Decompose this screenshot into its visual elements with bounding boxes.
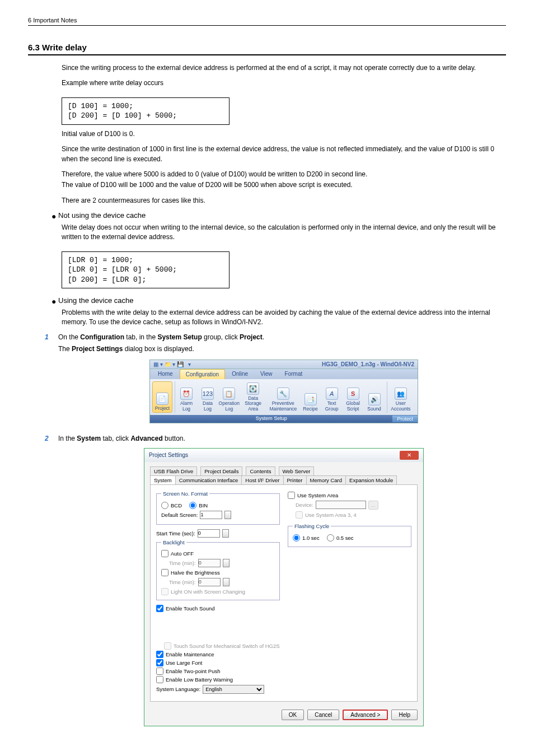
radio-bcd[interactable] [161, 502, 168, 509]
halve-time-input [198, 578, 221, 586]
ok-button[interactable]: OK [282, 710, 304, 720]
chk-use-system-area-34 [296, 511, 303, 519]
dialog-title: Project Settings [149, 452, 188, 458]
bullet-2-heading: ● Using the device cache [51, 296, 506, 306]
tab-system[interactable]: System [150, 475, 176, 484]
operation-icon: 📋 [223, 388, 235, 400]
radio-flashing-05[interactable] [327, 534, 334, 542]
explain-2: Therefore, the value where 5000 is added… [62, 170, 506, 179]
step-2-text: In the System tab, click Advanced button… [58, 435, 506, 442]
maintenance-icon: 🔧 [277, 388, 289, 400]
spinner-icon [223, 559, 229, 567]
spinner-icon[interactable] [224, 511, 231, 519]
code-example-2: [LDR 0] = 1000; [LDR 0] = [LDR 0] + 5000… [62, 251, 229, 289]
step-2-number: 2 [45, 435, 58, 442]
tab-expansion-module[interactable]: Expansion Module [345, 475, 397, 484]
start-time-input[interactable] [198, 529, 220, 538]
storage-icon: 💽 [247, 382, 259, 395]
qat-icon[interactable]: ▦ ▾ 📁 ▾ 💾 ▾ [153, 361, 191, 367]
tab-printer[interactable]: Printer [283, 475, 307, 484]
bullet-1-heading: ● Not using the device cache [51, 211, 506, 221]
recipe-icon: 📑 [305, 393, 317, 405]
ribbon-btn-project[interactable]: 📄 Project [152, 381, 172, 413]
initial-value-line: Initial value of D100 is 0. [62, 129, 506, 139]
script-icon: S [347, 388, 359, 400]
ribbon-tab-configuration[interactable]: Configuration [180, 369, 225, 379]
step-1-number: 1 [45, 333, 58, 341]
ribbon-screenshot: ▦ ▾ 📁 ▾ 💾 ▾ HG3G_DEMO_1.n3g - WindO/I-NV… [149, 360, 418, 423]
tab-web-server[interactable]: Web Server [279, 466, 315, 475]
section-heading: 6.3 Write delay [28, 43, 506, 55]
chk-use-large-font[interactable] [156, 659, 163, 666]
sound-icon: 🔊 [368, 393, 381, 405]
default-screen-input[interactable] [200, 511, 222, 519]
bullet-1-text: Write delay does not occur when writing … [62, 223, 506, 242]
alarm-icon: ⏰ [180, 388, 193, 400]
ribbon-btn-text-group[interactable]: AText Group [322, 381, 342, 413]
system-language-label: System Language: [156, 686, 200, 692]
chk-halve-brightness[interactable] [161, 569, 168, 576]
system-language-select[interactable]: English [203, 685, 264, 694]
step-1-text: On the Configuration tab, in the System … [58, 333, 506, 341]
chk-enable-touch-sound[interactable] [156, 605, 163, 612]
tab-comm-interface[interactable]: Communication Interface [175, 475, 242, 484]
chk-light-on [161, 588, 168, 595]
radio-bin[interactable] [189, 502, 196, 509]
ribbon-tab-view[interactable]: View [255, 369, 278, 379]
bullet-dot-icon: ● [51, 212, 56, 221]
ribbon-btn-operation-log[interactable]: 📋Operation Log [219, 381, 239, 413]
chk-use-system-area[interactable] [288, 492, 295, 499]
ribbon-btn-data-storage[interactable]: 💽Data Storage Area [240, 381, 266, 413]
ribbon-btn-sound[interactable]: 🔊Sound [364, 381, 385, 413]
bullet-dot-icon: ● [51, 297, 56, 306]
ribbon-tab-home[interactable]: Home [152, 369, 179, 379]
ribbon-btn-user-accounts[interactable]: 👥User Accounts [388, 381, 413, 413]
chk-enable-maintenance[interactable] [156, 651, 163, 658]
explain-3: The value of D100 will be 1000 and the v… [62, 180, 506, 190]
data-log-icon: 123 [202, 388, 214, 400]
tab-usb-flash-drive[interactable]: USB Flash Drive [150, 466, 197, 475]
explain-1: Since the write destination of 1000 in f… [62, 144, 506, 164]
cancel-button[interactable]: Cancel [307, 710, 339, 720]
intro-paragraph: Since the writing process to the externa… [62, 63, 506, 73]
advanced-button[interactable]: Advanced > [343, 710, 388, 720]
ribbon-btn-preventive[interactable]: 🔧Preventive Maintenance [267, 381, 299, 413]
tab-contents[interactable]: Contents [246, 466, 275, 475]
countermeasures-line: There are 2 countermeasures for cases li… [62, 196, 506, 206]
spinner-icon[interactable] [222, 529, 229, 538]
tab-project-details[interactable]: Project Details [200, 466, 242, 475]
project-icon: 📄 [156, 393, 168, 405]
chk-two-point-push[interactable] [156, 668, 163, 675]
chk-touch-mechanical [164, 642, 171, 650]
spinner-icon [223, 578, 229, 586]
auto-off-time-input [198, 559, 221, 567]
user-icon: 👥 [395, 388, 407, 400]
start-time-label: Start Time (sec): [156, 530, 195, 536]
radio-flashing-10[interactable] [293, 534, 300, 542]
close-button[interactable]: ✕ [400, 451, 419, 460]
chk-auto-off[interactable] [161, 550, 168, 557]
example-label: Example where write delay occurs [62, 78, 506, 88]
ribbon-tab-format[interactable]: Format [279, 369, 308, 379]
tab-memory-card[interactable]: Memory Card [306, 475, 346, 484]
ribbon-group-label: System Setup [150, 416, 392, 422]
step-1-subtext: The Project Settings dialog box is displ… [58, 344, 506, 354]
ribbon-tab-online[interactable]: Online [226, 369, 254, 379]
chk-low-battery[interactable] [156, 676, 163, 683]
text-icon: A [326, 388, 338, 400]
screen-no-format-legend: Screen No. Format [161, 491, 209, 497]
flashing-cycle-legend: Flashing Cycle [293, 523, 331, 529]
ribbon-btn-data-log[interactable]: 123Data Log [198, 381, 218, 413]
device-input [316, 501, 366, 509]
default-screen-label: Default Screen: [161, 512, 198, 518]
backlight-legend: Backlight [161, 539, 186, 545]
ribbon-btn-recipe[interactable]: 📑Recipe [301, 381, 321, 413]
code-example-1: [D 100] = 1000; [D 200] = [D 100] + 5000… [62, 97, 229, 125]
ribbon-btn-global-script[interactable]: SGlobal Script [343, 381, 363, 413]
ribbon-btn-alarm-log[interactable]: ⏰Alarm Log [176, 381, 196, 413]
tab-host-driver[interactable]: Host I/F Driver [241, 475, 283, 484]
ribbon-group-protect: Protect [392, 416, 418, 422]
help-button[interactable]: Help [391, 710, 418, 720]
device-browse-button: ... [368, 501, 378, 510]
project-settings-dialog: Project Settings ✕ USB Flash Drive Proje… [144, 448, 424, 726]
